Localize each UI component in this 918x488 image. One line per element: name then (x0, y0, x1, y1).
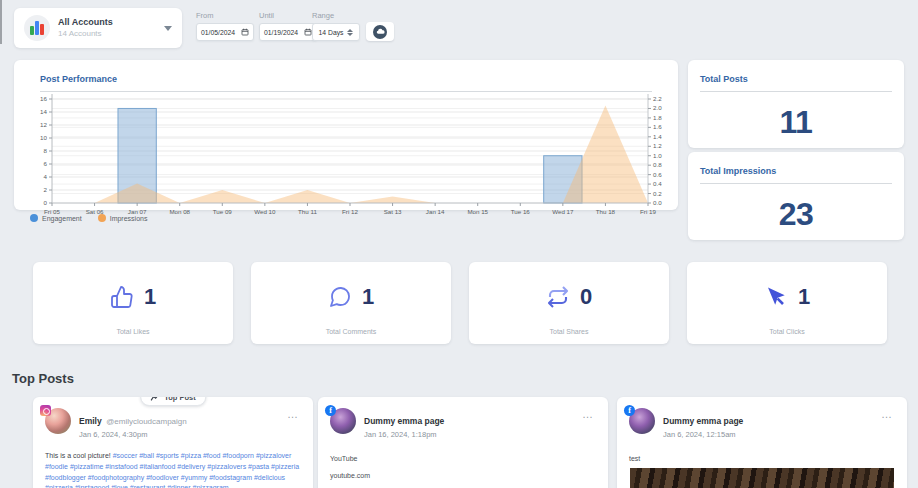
svg-text:0.2: 0.2 (653, 190, 662, 197)
range-label: Range (312, 11, 360, 20)
svg-text:Fri 12: Fri 12 (342, 208, 358, 215)
comment-icon (328, 285, 352, 309)
svg-text:0.8: 0.8 (653, 161, 662, 168)
cloud-download-icon (373, 25, 387, 39)
post-date: Jan 6, 2024, 4:30pm (79, 430, 187, 441)
range-group: Range 14 Days (312, 11, 360, 41)
svg-text:Wed 10: Wed 10 (254, 208, 276, 215)
account-selector-title: All Accounts (58, 17, 113, 28)
svg-text:Tue 09: Tue 09 (213, 208, 233, 215)
svg-text:Jan 14: Jan 14 (426, 208, 445, 215)
total-shares-card: 0 Total Shares (469, 262, 669, 344)
more-options-icon[interactable] (580, 408, 596, 441)
total-impressions-title: Total Impressions (700, 166, 776, 176)
total-posts-card: Total Posts 11 (688, 60, 904, 148)
legend-item-impressions[interactable]: Impressions (98, 214, 148, 222)
top-post-badge: Top Post (140, 397, 206, 406)
engagement-legend-label: Engagement (42, 215, 82, 222)
from-date-value: 01/05/2024 (201, 29, 235, 36)
total-likes-label: Total Likes (33, 328, 233, 335)
cursor-icon (764, 285, 788, 309)
svg-text:Thu 11: Thu 11 (298, 208, 317, 215)
chart-title: Post Performance (40, 74, 117, 84)
top-posts-heading: Top Posts (12, 371, 74, 386)
calendar-icon[interactable] (241, 28, 249, 36)
top-post-card-2: f Dummy emma page Jan 16, 2024, 1:18pm Y… (318, 397, 608, 488)
retweet-icon (546, 285, 570, 309)
post-text: This is a cool picture! (45, 452, 111, 459)
svg-text:1.0: 1.0 (653, 152, 662, 159)
svg-text:1.4: 1.4 (653, 133, 662, 140)
until-label: Until (259, 11, 317, 20)
range-value: 14 Days (319, 29, 344, 36)
export-button[interactable] (366, 22, 394, 41)
total-posts-title: Total Posts (700, 74, 748, 84)
post-text-line: test (617, 455, 907, 462)
chevron-down-icon[interactable] (164, 26, 172, 31)
from-date-group: From 01/05/2024 (196, 11, 254, 41)
total-comments-value: 1 (362, 284, 374, 310)
total-clicks-label: Total Clicks (687, 328, 887, 335)
total-clicks-card: 1 Total Clicks (687, 262, 887, 344)
facebook-icon: f (624, 405, 635, 416)
svg-text:4: 4 (44, 173, 48, 180)
post-date: Jan 6, 2024, 12:15am (663, 430, 743, 441)
svg-text:Thu 18: Thu 18 (596, 208, 616, 215)
trend-chart-icon (150, 397, 160, 402)
window-edge (0, 0, 2, 44)
chart-legend: Engagement Impressions (30, 214, 147, 222)
stepper-icon[interactable] (347, 29, 353, 36)
total-shares-label: Total Shares (469, 328, 669, 335)
total-impressions-card: Total Impressions 23 (688, 152, 904, 240)
svg-text:Fri 19: Fri 19 (640, 208, 656, 215)
until-date-value: 01/19/2024 (264, 29, 298, 36)
range-select[interactable]: 14 Days (312, 23, 360, 41)
account-selector[interactable]: All Accounts 14 Accounts (14, 8, 182, 48)
until-date-input[interactable]: 01/19/2024 (259, 23, 317, 41)
svg-text:Mon 08: Mon 08 (169, 208, 190, 215)
post-date: Jan 16, 2024, 1:18pm (364, 430, 444, 441)
impressions-legend-label: Impressions (110, 215, 148, 222)
post-performance-card: Post Performance 02468101214160.00.20.40… (14, 60, 678, 210)
svg-text:10: 10 (40, 134, 47, 141)
total-likes-card: 1 Total Likes (33, 262, 233, 344)
total-clicks-value: 1 (798, 284, 810, 310)
post-handle: @emilycloudcampaign (106, 417, 187, 426)
svg-text:Sat 13: Sat 13 (384, 208, 402, 215)
svg-text:0.4: 0.4 (653, 180, 662, 187)
svg-text:0.0: 0.0 (653, 199, 662, 206)
post-photo[interactable] (630, 468, 894, 488)
svg-text:Tue 16: Tue 16 (511, 208, 531, 215)
svg-text:12: 12 (40, 121, 47, 128)
svg-text:Wed 17: Wed 17 (552, 208, 574, 215)
svg-text:1.8: 1.8 (653, 114, 662, 121)
impressions-legend-dot (98, 214, 106, 222)
total-comments-label: Total Comments (251, 328, 451, 335)
total-posts-value: 11 (688, 104, 904, 141)
post-author: Dummy emma page (663, 416, 743, 426)
top-post-card-1: Top Post Emily @emilycloudcampaign Jan 6… (33, 397, 313, 488)
post-link-line[interactable]: youtube.com (318, 472, 608, 479)
total-impressions-value: 23 (688, 196, 904, 233)
instagram-icon (40, 405, 51, 416)
from-date-input[interactable]: 01/05/2024 (196, 23, 254, 41)
more-options-icon[interactable] (879, 408, 895, 441)
svg-text:1.2: 1.2 (653, 142, 662, 149)
post-author: Emily (79, 416, 102, 426)
until-date-group: Until 01/19/2024 (259, 11, 317, 41)
svg-text:2: 2 (44, 186, 48, 193)
engagement-legend-dot (30, 214, 38, 222)
svg-text:2.0: 2.0 (653, 104, 662, 111)
total-comments-card: 1 Total Comments (251, 262, 451, 344)
total-likes-value: 1 (144, 284, 156, 310)
svg-text:14: 14 (40, 108, 47, 115)
legend-item-engagement[interactable]: Engagement (30, 214, 82, 222)
post-author: Dummy emma page (364, 416, 444, 426)
calendar-icon[interactable] (304, 28, 312, 36)
svg-text:2.2: 2.2 (653, 95, 662, 102)
accounts-chart-icon (24, 15, 50, 41)
more-options-icon[interactable] (285, 408, 301, 441)
account-selector-subtitle: 14 Accounts (58, 29, 113, 39)
facebook-icon: f (325, 405, 336, 416)
post-text-line: YouTube (318, 455, 608, 462)
